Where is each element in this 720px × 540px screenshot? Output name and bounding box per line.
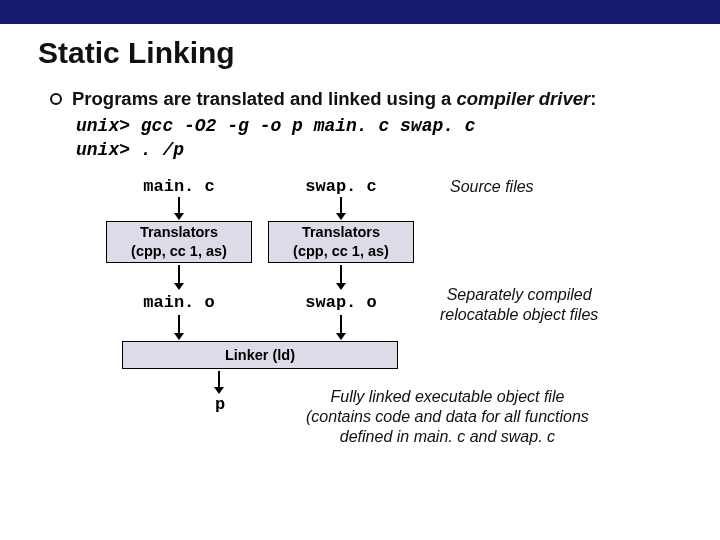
- arrow-icon: [178, 197, 180, 219]
- bullet-suffix: :: [590, 88, 596, 109]
- cmd-line-1: unix> gcc -O2 -g -o p main. c swap. c: [76, 114, 720, 138]
- slide-title: Static Linking: [38, 36, 720, 70]
- linker-box: Linker (ld): [122, 341, 398, 369]
- bullet-text: Programs are translated and linked using…: [72, 88, 596, 110]
- bullet-prefix: Programs are translated and linked using…: [72, 88, 457, 109]
- annotation-source: Source files: [450, 177, 534, 197]
- source-swap: swap. c: [296, 177, 386, 196]
- cmd-line-2: unix> . /p: [76, 138, 720, 162]
- bullet-item: Programs are translated and linked using…: [50, 88, 720, 110]
- top-bar: [0, 0, 720, 24]
- translators-box-left: Translators (cpp, cc 1, as): [106, 221, 252, 263]
- arrow-icon: [340, 197, 342, 219]
- arrow-icon: [340, 265, 342, 289]
- obj-main: main. o: [134, 293, 224, 312]
- obj-swap: swap. o: [296, 293, 386, 312]
- arrow-icon: [218, 371, 220, 393]
- output-label: p: [208, 395, 232, 414]
- translators-box-right: Translators (cpp, cc 1, as): [268, 221, 414, 263]
- annotation-obj: Separately compiled relocatable object f…: [440, 285, 598, 325]
- flow-diagram: main. c swap. c Translators (cpp, cc 1, …: [50, 177, 690, 487]
- source-main: main. c: [134, 177, 224, 196]
- bullet-icon: [50, 93, 62, 105]
- annotation-exe: Fully linked executable object file (con…: [306, 387, 589, 447]
- arrow-icon: [178, 315, 180, 339]
- arrow-icon: [340, 315, 342, 339]
- content-area: Programs are translated and linked using…: [50, 88, 720, 487]
- arrow-icon: [178, 265, 180, 289]
- command-block: unix> gcc -O2 -g -o p main. c swap. c un…: [76, 114, 720, 163]
- bullet-emph: compiler driver: [457, 88, 591, 109]
